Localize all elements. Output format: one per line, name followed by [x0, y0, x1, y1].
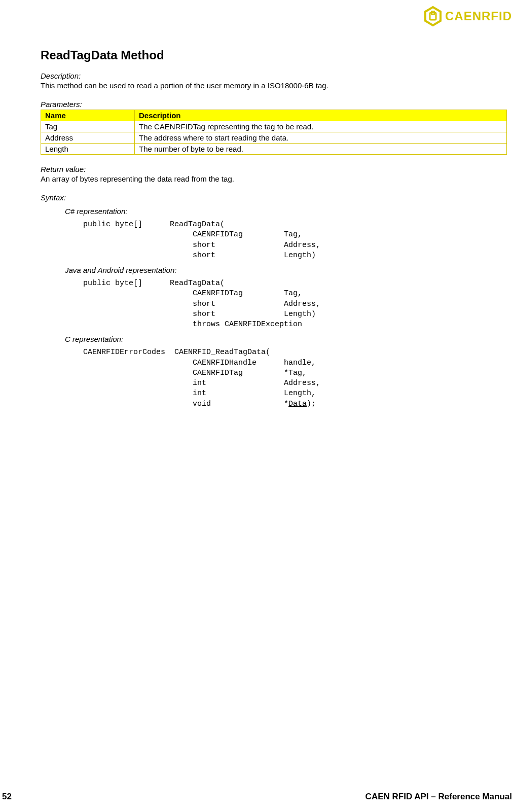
return-text: An array of bytes representing the data … [41, 174, 507, 183]
brand-logo: CAENRFID [424, 6, 512, 26]
col-header-name: Name [41, 110, 135, 121]
footer-title: CAEN RFID API – Reference Manual [365, 792, 512, 802]
page-footer: 52 CAEN RFID API – Reference Manual [0, 792, 512, 802]
param-desc: The number of byte to be read. [135, 144, 507, 155]
param-desc: The address where to start reading the d… [135, 132, 507, 144]
syntax-label: Syntax: [41, 193, 507, 202]
param-name: Tag [41, 121, 135, 132]
param-name: Length [41, 144, 135, 155]
c-code: CAENRFIDErrorCodes CAENRFID_ReadTagData(… [83, 347, 507, 409]
parameters-label: Parameters: [41, 100, 507, 109]
return-label: Return value: [41, 165, 507, 173]
csharp-code: public byte[] ReadTagData( CAENRFIDTag T… [83, 220, 507, 261]
c-code-underlined: Data [288, 400, 307, 408]
table-header-row: Name Description [41, 110, 507, 121]
table-row: Address The address where to start readi… [41, 132, 507, 144]
table-row: Tag The CAENRFIDTag representing the tag… [41, 121, 507, 132]
java-label: Java and Android representation: [65, 266, 507, 274]
parameters-table: Name Description Tag The CAENRFIDTag rep… [41, 110, 507, 155]
page-title: ReadTagData Method [41, 48, 507, 62]
description-text: This method can be used to read a portio… [41, 81, 507, 90]
c-code-suffix: ); [307, 400, 316, 408]
param-name: Address [41, 132, 135, 144]
brand-text: CAENRFID [445, 9, 512, 23]
syntax-block: C# representation: public byte[] ReadTag… [65, 207, 507, 409]
col-header-desc: Description [135, 110, 507, 121]
c-label: C representation: [65, 335, 507, 343]
c-code-prefix: CAENRFIDErrorCodes CAENRFID_ReadTagData(… [83, 348, 320, 408]
page-number: 52 [2, 792, 12, 802]
hexagon-icon [424, 6, 442, 26]
java-code: public byte[] ReadTagData( CAENRFIDTag T… [83, 278, 507, 330]
table-row: Length The number of byte to be read. [41, 144, 507, 155]
page-content: ReadTagData Method Description: This met… [41, 48, 507, 414]
param-desc: The CAENRFIDTag representing the tag to … [135, 121, 507, 132]
description-label: Description: [41, 72, 507, 80]
csharp-label: C# representation: [65, 207, 507, 216]
